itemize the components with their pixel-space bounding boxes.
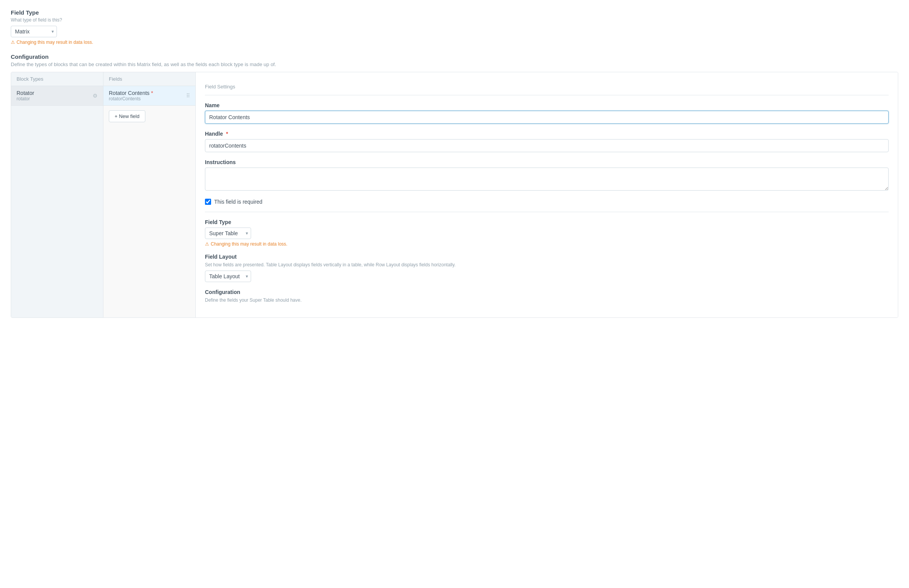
field-layout-select[interactable]: Table Layout Row Layout [205, 271, 251, 282]
fields-header: Fields [103, 72, 195, 86]
configuration-title: Configuration [11, 53, 898, 60]
field-name: Rotator Contents* [109, 90, 153, 96]
new-field-btn-wrapper: + New field [103, 106, 195, 127]
configuration-section: Configuration Define the types of blocks… [11, 53, 898, 318]
required-checkbox[interactable] [205, 199, 211, 205]
inner-configuration-label: Configuration [205, 289, 889, 295]
handle-required-star: * [226, 131, 228, 137]
top-field-type-select[interactable]: Matrix Plain Text Rich Text Assets Entri… [11, 26, 57, 37]
handle-input[interactable] [205, 139, 889, 152]
field-layout-label: Field Layout [205, 254, 889, 260]
top-field-type-label: Field Type [11, 9, 898, 16]
instructions-textarea[interactable] [205, 168, 889, 191]
field-settings-header: Field Settings [205, 80, 889, 95]
handle-group: Handle * [205, 131, 889, 152]
field-item-icons: ⠿ [186, 93, 190, 99]
inner-field-type-warning: ⚠Changing this may result in data loss. [205, 241, 889, 247]
top-field-type-section: Field Type What type of field is this? M… [11, 9, 898, 45]
handle-label: Handle * [205, 131, 889, 137]
block-types-header: Block Types [11, 72, 103, 86]
top-field-type-warning: ⚠Changing this may result in data loss. [11, 40, 898, 45]
field-item-rotator-contents[interactable]: Rotator Contents* rotatorContents ⠿ [103, 86, 195, 106]
field-handle: rotatorContents [109, 96, 153, 101]
inner-configuration-section: Configuration Define the fields your Sup… [205, 289, 889, 303]
settings-divider [205, 212, 889, 212]
fields-column: Fields Rotator Contents* rotatorContents… [103, 72, 196, 317]
inner-field-type-label: Field Type [205, 219, 889, 225]
name-label: Name [205, 102, 889, 108]
field-settings-column: Field Settings Name Handle * Instruct [196, 72, 898, 317]
page-container: Field Type What type of field is this? M… [0, 0, 909, 588]
top-field-type-sublabel: What type of field is this? [11, 17, 898, 23]
inner-field-type-section: Field Type Super Table Plain Text Rich T… [205, 219, 889, 247]
name-group: Name [205, 102, 889, 124]
name-input[interactable] [205, 111, 889, 124]
instructions-label: Instructions [205, 159, 889, 165]
configuration-description: Define the types of blocks that can be c… [11, 61, 898, 67]
block-type-name: Rotator [17, 90, 34, 96]
field-layout-description: Set how fields are presented. Table Layo… [205, 262, 889, 267]
inner-configuration-description: Define the fields your Super Table shoul… [205, 297, 889, 303]
block-type-icons: ⚙ [93, 93, 98, 99]
inner-warning-icon: ⚠ [205, 241, 209, 247]
block-type-item-content: Rotator rotator [17, 90, 34, 101]
inner-field-type-select[interactable]: Super Table Plain Text Rich Text Assets … [205, 228, 251, 239]
field-item-content: Rotator Contents* rotatorContents [109, 90, 153, 101]
new-field-button[interactable]: + New field [109, 110, 145, 122]
top-field-type-select-wrapper: Matrix Plain Text Rich Text Assets Entri… [11, 26, 57, 37]
block-type-item-rotator[interactable]: Rotator rotator ⚙ [11, 86, 103, 106]
top-warning-icon: ⚠ [11, 40, 15, 45]
instructions-group: Instructions [205, 159, 889, 192]
field-required-star: * [151, 90, 153, 96]
block-type-settings-icon[interactable]: ⚙ [93, 93, 98, 99]
field-drag-icon[interactable]: ⠿ [186, 93, 190, 99]
block-types-column: Block Types Rotator rotator ⚙ [11, 72, 103, 317]
required-checkbox-row: This field is required [205, 199, 889, 205]
required-checkbox-label: This field is required [214, 199, 262, 205]
matrix-table: Block Types Rotator rotator ⚙ Fields [11, 72, 898, 318]
block-type-handle: rotator [17, 96, 34, 101]
field-layout-section: Field Layout Set how fields are presente… [205, 254, 889, 282]
inner-field-type-select-wrapper: Super Table Plain Text Rich Text Assets … [205, 228, 251, 239]
field-layout-select-wrapper: Table Layout Row Layout ▾ [205, 271, 251, 282]
